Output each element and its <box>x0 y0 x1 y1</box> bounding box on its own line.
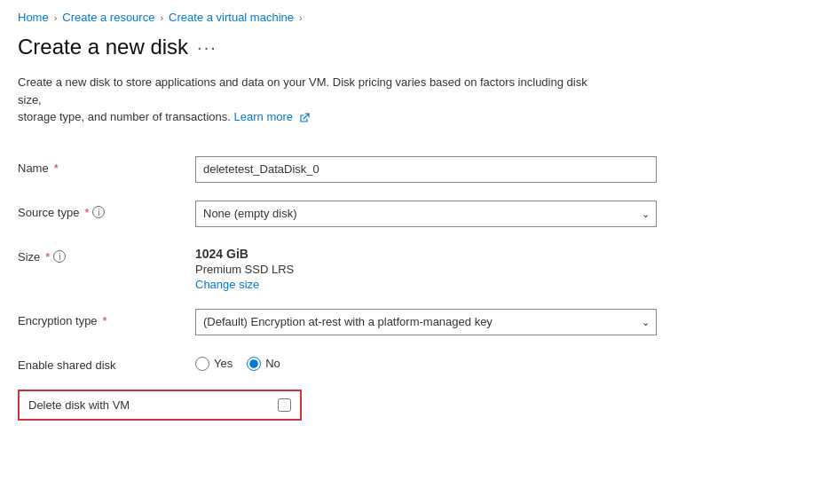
breadcrumb-create-resource[interactable]: Create a resource <box>62 11 154 24</box>
size-label: Size * i <box>18 245 195 264</box>
source-type-control: None (empty disk) Snapshot Storage blob … <box>195 201 657 227</box>
delete-disk-container: Delete disk with VM <box>18 381 802 421</box>
description-text-2: storage type, and number of transactions… <box>18 110 231 123</box>
breadcrumb: Home › Create a resource › Create a virt… <box>0 0 820 31</box>
shared-disk-no-label: No <box>265 357 280 370</box>
form-row-name: Name * <box>18 147 802 192</box>
shared-disk-no-radio[interactable] <box>247 357 261 371</box>
shared-disk-yes-label: Yes <box>214 357 233 370</box>
form-row-shared-disk: Enable shared disk Yes No <box>18 344 802 381</box>
source-type-label: Source type * i <box>18 201 195 219</box>
description-text-1: Create a new disk to store applications … <box>18 75 587 106</box>
learn-more-link[interactable]: Learn more <box>234 110 310 123</box>
shared-disk-yes-option[interactable]: Yes <box>195 357 233 371</box>
breadcrumb-home[interactable]: Home <box>18 11 49 24</box>
breadcrumb-sep-1: › <box>54 12 58 23</box>
page-title-dots[interactable]: ··· <box>197 37 217 58</box>
size-required-star: * <box>45 250 50 264</box>
shared-disk-yes-radio[interactable] <box>195 357 209 371</box>
delete-disk-checkbox[interactable] <box>278 398 291 412</box>
form-row-source-type: Source type * i None (empty disk) Snapsh… <box>18 192 802 236</box>
form-row-encryption: Encryption type * (Default) Encryption a… <box>18 300 802 344</box>
form-area: Name * Source type * i None (empty disk)… <box>0 144 820 442</box>
delete-disk-label: Delete disk with VM <box>28 398 269 412</box>
form-row-size: Size * i 1024 GiB Premium SSD LRS Change… <box>18 236 802 300</box>
shared-disk-radio-group: Yes No <box>195 353 657 371</box>
name-required-star: * <box>54 161 59 175</box>
page-title: Create a new disk <box>18 35 188 59</box>
size-type: Premium SSD LRS <box>195 263 657 276</box>
page-title-row: Create a new disk ··· <box>0 31 820 74</box>
breadcrumb-create-vm[interactable]: Create a virtual machine <box>169 11 294 24</box>
size-control: 1024 GiB Premium SSD LRS Change size <box>195 245 657 291</box>
shared-disk-control: Yes No <box>195 353 657 371</box>
source-type-required-star: * <box>84 206 89 219</box>
name-label: Name * <box>18 156 195 175</box>
encryption-select-wrapper: (Default) Encryption at-rest with a plat… <box>195 309 657 335</box>
name-control <box>195 156 657 183</box>
encryption-select[interactable]: (Default) Encryption at-rest with a plat… <box>195 309 657 335</box>
source-type-select-wrapper: None (empty disk) Snapshot Storage blob … <box>195 201 657 227</box>
name-input[interactable] <box>195 156 657 183</box>
delete-disk-row: Delete disk with VM <box>18 390 302 421</box>
encryption-label: Encryption type * <box>18 309 195 327</box>
size-info-icon[interactable]: i <box>53 250 66 263</box>
description: Create a new disk to store applications … <box>0 74 621 144</box>
encryption-required-star: * <box>103 314 107 327</box>
change-size-link[interactable]: Change size <box>195 278 259 291</box>
source-type-select[interactable]: None (empty disk) Snapshot Storage blob <box>195 201 657 227</box>
external-link-icon <box>299 113 310 123</box>
source-type-info-icon[interactable]: i <box>92 206 105 218</box>
shared-disk-label: Enable shared disk <box>18 353 195 372</box>
size-value: 1024 GiB <box>195 247 657 261</box>
shared-disk-no-option[interactable]: No <box>247 357 280 371</box>
encryption-control: (Default) Encryption at-rest with a plat… <box>195 309 657 335</box>
breadcrumb-sep-3: › <box>299 12 303 23</box>
breadcrumb-sep-2: › <box>160 12 163 23</box>
